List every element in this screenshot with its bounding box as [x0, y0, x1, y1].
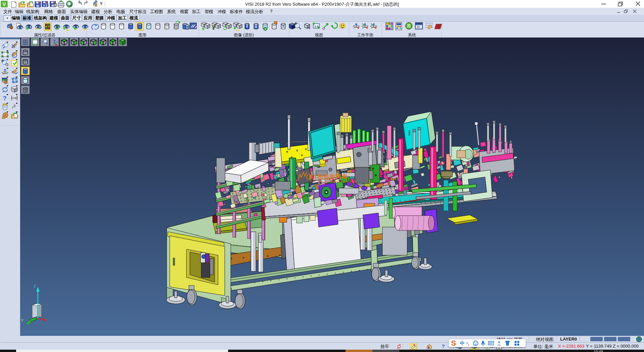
svg-text:WWW.ZHIZAOZILIAO.COM INDUSTRY: WWW.ZHIZAOZILIAO.COM INDUSTRY [318, 180, 357, 183]
svg-text:S: S [451, 339, 456, 347]
svg-text:°,: °, [466, 341, 469, 346]
svg-text:中: 中 [460, 341, 465, 346]
svg-text:?: ? [3, 95, 7, 102]
svg-text:Y: Y [21, 318, 24, 322]
svg-text:智造资料网: 智造资料网 [317, 174, 347, 180]
svg-text:Z: Z [34, 284, 36, 288]
